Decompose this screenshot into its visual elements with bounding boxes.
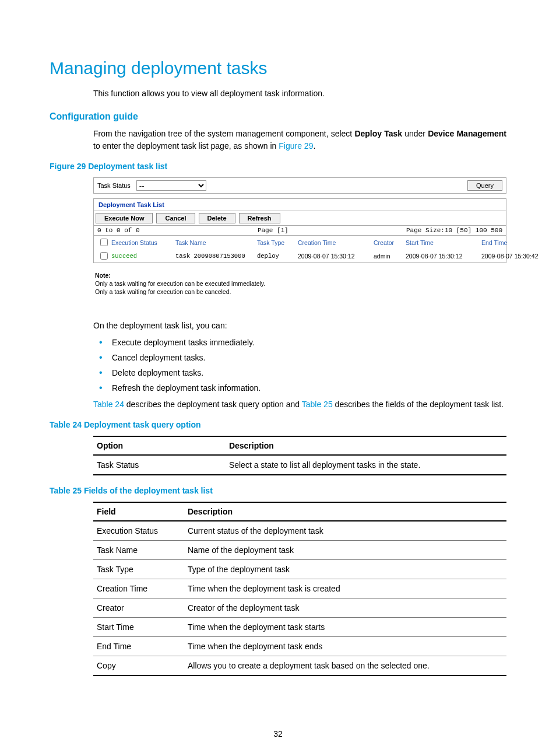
- table-row: Task NameName of the deployment task: [93, 540, 506, 559]
- delete-button[interactable]: Delete: [199, 213, 235, 223]
- table-24: Option Description Task StatusSelect a s…: [93, 436, 506, 475]
- cell-end-time: 2009-08-07 15:30:42: [481, 253, 556, 260]
- refresh-button[interactable]: Refresh: [239, 213, 280, 223]
- cell-start-time: 2009-08-07 15:30:12: [406, 253, 481, 260]
- cell-task-type: deploy: [257, 253, 298, 260]
- figure-29-caption: Figure 29 Deployment task list: [50, 160, 506, 173]
- col-exec-status[interactable]: Execution Status: [111, 239, 175, 246]
- table-row: Start TimeTime when the deployment task …: [93, 617, 506, 636]
- col-end-time[interactable]: End Time: [481, 239, 556, 246]
- col-task-type[interactable]: Task Type: [257, 239, 298, 246]
- table-25-caption: Table 25 Fields of the deployment task l…: [50, 485, 506, 497]
- task-status-label: Task Status: [97, 182, 131, 189]
- text: describes the fields of the deployment t…: [333, 400, 504, 409]
- cell-description: Select a state to list all deployment ta…: [226, 455, 506, 475]
- after-shot-lead: On the deployment task list, you can:: [93, 320, 506, 332]
- cell-description: Name of the deployment task: [184, 540, 506, 559]
- figure-29-screenshot: Task Status -- Query Deployment Task Lis…: [93, 177, 506, 263]
- cell-option: Task Status: [93, 455, 226, 475]
- cell-description: Creator of the deployment task: [184, 598, 506, 617]
- page-size-10[interactable]: 10: [445, 227, 452, 234]
- shot-note: Note: Only a task waiting for execution …: [95, 271, 506, 296]
- cell-description: Time when the deployment task is created: [184, 579, 506, 598]
- execute-now-button[interactable]: Execute Now: [96, 213, 153, 223]
- shot-paging-bar: 0 to 0 of 0 Page [1] Page Size: 10 [50] …: [93, 226, 506, 236]
- text: .: [313, 141, 315, 150]
- cell-field: Creator: [93, 598, 184, 617]
- cell-field: Copy: [93, 656, 184, 676]
- col-creation-time[interactable]: Creation Time: [298, 239, 374, 246]
- list-item: Execute deployment tasks immediately.: [112, 338, 506, 347]
- table-row: Execution StatusCurrent status of the de…: [93, 521, 506, 541]
- list-item: Refresh the deployment task information.: [112, 383, 506, 393]
- shot-filter-bar: Task Status -- Query: [93, 177, 506, 194]
- table-header-row: Execution Status Task Name Task Type Cre…: [94, 236, 506, 249]
- link-table-25[interactable]: Table 25: [302, 400, 333, 409]
- cell-field: Task Name: [93, 540, 184, 559]
- bold-deploy-task: Deploy Task: [354, 129, 402, 138]
- task-status-select[interactable]: --: [136, 180, 206, 191]
- cell-field: End Time: [93, 636, 184, 656]
- query-button[interactable]: Query: [467, 180, 502, 191]
- page-size-100[interactable]: 100: [476, 227, 487, 234]
- paging-left: 0 to 0 of 0: [97, 227, 140, 234]
- col-creator[interactable]: Creator: [374, 239, 406, 246]
- cell-task-name: task 20090807153000: [175, 253, 257, 260]
- cell-description: Allows you to create a deployment task b…: [184, 656, 506, 676]
- shot-button-row: Execute Now Cancel Delete Refresh: [93, 211, 506, 226]
- table-row: Creation TimeTime when the deployment ta…: [93, 579, 506, 598]
- t24-col-description: Description: [226, 436, 506, 455]
- t25-col-field: Field: [93, 502, 184, 521]
- cell-creator: admin: [374, 253, 406, 260]
- cell-description: Time when the deployment task ends: [184, 636, 506, 656]
- bold-device-management: Device Management: [428, 129, 506, 138]
- table-row: CopyAllows you to create a deployment ta…: [93, 656, 506, 676]
- cell-field: Start Time: [93, 617, 184, 636]
- cell-exec-status: succeed: [111, 253, 175, 260]
- table-row: End TimeTime when the deployment task en…: [93, 636, 506, 656]
- note-line-2: Only a task waiting for execution can be…: [95, 288, 506, 296]
- paging-center: Page [1]: [258, 227, 288, 234]
- text: describes the deployment task query opti…: [124, 400, 302, 409]
- table-24-caption: Table 24 Deployment task query option: [50, 419, 506, 431]
- list-item: Delete deployment tasks.: [112, 368, 506, 377]
- table-row: succeed task 20090807153000 deploy 2009-…: [94, 249, 506, 262]
- cell-field: Execution Status: [93, 521, 184, 541]
- cell-creation-time: 2009-08-07 15:30:12: [298, 253, 374, 260]
- config-para-1: From the navigation tree of the system m…: [93, 128, 506, 152]
- page-size-50[interactable]: [50]: [456, 227, 471, 234]
- text: From the navigation tree of the system m…: [93, 129, 354, 138]
- shot-table: Execution Status Task Name Task Type Cre…: [93, 236, 506, 263]
- cell-field: Creation Time: [93, 579, 184, 598]
- text: to enter the deployment task list page, …: [93, 141, 279, 150]
- col-start-time[interactable]: Start Time: [406, 239, 481, 246]
- page-size-500[interactable]: 500: [491, 227, 502, 234]
- row-checkbox[interactable]: [98, 252, 110, 260]
- note-line-1: Only a task waiting for execution can be…: [95, 279, 506, 288]
- page-title: Managing deployment tasks: [50, 58, 506, 78]
- select-all-checkbox[interactable]: [98, 239, 110, 246]
- t25-col-description: Description: [184, 502, 506, 521]
- link-table-24[interactable]: Table 24: [93, 400, 124, 409]
- table-25: Field Description Execution StatusCurren…: [93, 502, 506, 676]
- table-row: Task TypeType of the deployment task: [93, 559, 506, 579]
- page-number: 32: [0, 729, 556, 738]
- cell-description: Time when the deployment task starts: [184, 617, 506, 636]
- t24-col-option: Option: [93, 436, 226, 455]
- cancel-button[interactable]: Cancel: [156, 213, 195, 223]
- cell-description: Type of the deployment task: [184, 559, 506, 579]
- list-item: Cancel deployment tasks.: [112, 353, 506, 362]
- note-header: Note:: [95, 271, 506, 279]
- text: under: [404, 129, 428, 138]
- table-row: Task StatusSelect a state to list all de…: [93, 455, 506, 475]
- section-configuration-guide: Configuration guide: [50, 111, 506, 122]
- capability-list: Execute deployment tasks immediately. Ca…: [93, 338, 506, 393]
- intro-text: This function allows you to view all dep…: [93, 88, 506, 100]
- table-row: CreatorCreator of the deployment task: [93, 598, 506, 617]
- tables-desc-para: Table 24 describes the deployment task q…: [93, 398, 506, 411]
- cell-field: Task Type: [93, 559, 184, 579]
- cell-description: Current status of the deployment task: [184, 521, 506, 541]
- col-task-name[interactable]: Task Name: [175, 239, 257, 246]
- deployment-task-list-header: Deployment Task List: [93, 198, 506, 211]
- link-figure-29[interactable]: Figure 29: [279, 141, 313, 150]
